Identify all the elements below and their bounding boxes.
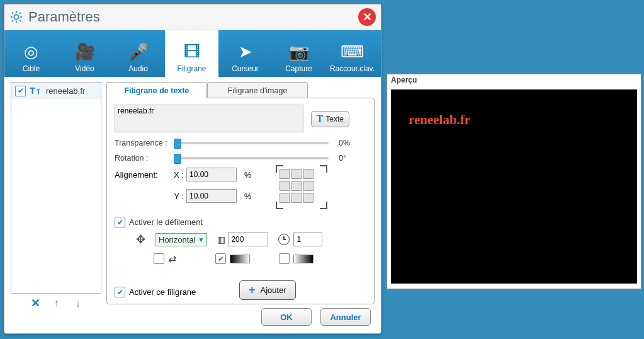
enable-scroll-checkbox[interactable]: ✔ xyxy=(115,217,125,227)
transparency-slider[interactable] xyxy=(178,142,329,144)
rotation-slider[interactable] xyxy=(178,157,329,159)
text-icon: T xyxy=(317,113,324,125)
direction-icon: ✥ xyxy=(136,233,145,246)
gear-icon xyxy=(9,10,23,24)
titlebar: Paramètres ✕ xyxy=(4,4,381,30)
keyboard-icon: ⌨ xyxy=(341,39,364,64)
plus-icon: + xyxy=(249,284,256,297)
x-label: X : xyxy=(171,170,186,180)
text-style-button[interactable]: T Texte xyxy=(311,111,349,127)
position-ml[interactable] xyxy=(280,181,290,191)
tab-cible[interactable]: ◎ Cible xyxy=(4,30,58,77)
tab-raccourci[interactable]: ⌨ Raccour.clav. xyxy=(325,30,379,77)
svg-point-0 xyxy=(14,14,18,19)
video-icon: 🎥 xyxy=(75,39,95,64)
preview-watermark-text: reneelab.fr xyxy=(409,112,470,128)
alignment-section: Alignement: X : % Y : % xyxy=(115,168,366,210)
position-tr[interactable] xyxy=(303,169,314,179)
right-panel: Filigrane de texte Filigrane d'image ren… xyxy=(106,82,375,301)
position-tc[interactable] xyxy=(291,169,302,179)
x-input[interactable] xyxy=(186,168,237,181)
rotation-label: Rotation : xyxy=(115,154,178,163)
watermark-icon: 🎞 xyxy=(184,39,200,64)
watermark-type-tabs: Filigrane de texte Filigrane d'image xyxy=(106,82,375,98)
activate-row: ✔ Activer ce filigrane xyxy=(115,287,196,297)
watermark-list-item[interactable]: ✔ T reneelab.fr xyxy=(11,83,101,99)
window-title: Paramètres xyxy=(28,9,358,25)
scroll-direction-dropdown[interactable]: Horizontal ▼ xyxy=(155,233,207,246)
target-icon: ◎ xyxy=(24,39,38,64)
fade-in-checkbox[interactable]: ✔ xyxy=(215,253,226,264)
left-column: ✔ T reneelab.fr ✕ ↑ ↓ xyxy=(11,82,101,301)
rotation-value: 0° xyxy=(339,154,358,163)
fade-in-icon xyxy=(230,255,250,263)
transparency-row: Transparence : 0% xyxy=(115,139,366,147)
enable-scroll-label: Activer le défilement xyxy=(129,217,203,227)
toolbar: ◎ Cible 🎥 Vidéo 🎤 Audio 🎞 Filigrane ➤ Cu… xyxy=(4,30,381,77)
loop-icon: ⇄ xyxy=(168,253,176,265)
slider-thumb[interactable] xyxy=(174,154,181,164)
fade-out-icon xyxy=(293,255,314,263)
y-label: Y : xyxy=(171,192,186,201)
add-button[interactable]: + Ajouter xyxy=(239,280,296,300)
y-input[interactable] xyxy=(186,189,237,203)
activate-checkbox[interactable]: ✔ xyxy=(115,287,125,297)
dialog-buttons: OK Annuler xyxy=(4,301,381,333)
tab-text-watermark[interactable]: Filigrane de texte xyxy=(106,82,207,98)
scroll-time-input[interactable] xyxy=(293,233,322,246)
fade-out-checkbox[interactable]: ✔ xyxy=(279,253,290,264)
alignment-label: Alignement: xyxy=(115,170,171,180)
tab-body: reneelab.fr T Texte Transparence : 0% Ro… xyxy=(106,98,375,304)
watermark-text-input[interactable]: reneelab.fr xyxy=(115,105,303,132)
activate-label: Activer ce filigrane xyxy=(129,287,196,297)
enable-scroll-row: ✔ Activer le défilement xyxy=(115,217,366,227)
position-br[interactable] xyxy=(303,193,314,203)
scroll-options: ✥ Horizontal ▼ ▥ xyxy=(115,233,366,265)
rotation-row: Rotation : 0° xyxy=(115,154,366,163)
camera-icon: 📷 xyxy=(289,39,309,64)
chevron-down-icon: ▼ xyxy=(198,236,205,243)
transparency-label: Transparence : xyxy=(115,139,178,147)
close-icon: ✕ xyxy=(363,10,372,24)
tab-video[interactable]: 🎥 Vidéo xyxy=(58,30,111,77)
main-area: ✔ T reneelab.fr ✕ ↑ ↓ Filigrane de texte… xyxy=(4,77,381,301)
preview-title: Aperçu xyxy=(387,74,641,89)
position-grid xyxy=(278,168,325,207)
ruler-icon: ▥ xyxy=(217,234,224,244)
close-button[interactable]: ✕ xyxy=(358,8,376,26)
cancel-button[interactable]: Annuler xyxy=(320,308,371,326)
position-mc[interactable] xyxy=(291,181,302,191)
settings-dialog: Paramètres ✕ ◎ Cible 🎥 Vidéo 🎤 Audio 🎞 F… xyxy=(4,4,381,334)
clock-icon xyxy=(278,234,290,245)
scroll-distance-input[interactable] xyxy=(228,233,268,246)
ok-button[interactable]: OK xyxy=(261,308,312,326)
slider-thumb[interactable] xyxy=(174,139,181,149)
transparency-value: 0% xyxy=(339,139,358,147)
tab-curseur[interactable]: ➤ Curseur xyxy=(218,30,272,77)
loop-checkbox[interactable]: ✔ xyxy=(154,253,164,264)
tab-filigrane[interactable]: 🎞 Filigrane xyxy=(165,30,218,77)
text-watermark-icon: T xyxy=(30,85,42,96)
watermark-item-label: reneelab.fr xyxy=(46,86,85,96)
tab-image-watermark[interactable]: Filigrane d'image xyxy=(207,82,308,98)
tab-capture[interactable]: 📷 Capture xyxy=(272,30,325,77)
position-mr[interactable] xyxy=(303,181,314,191)
cursor-icon: ➤ xyxy=(239,39,252,64)
position-bc[interactable] xyxy=(291,193,302,203)
preview-canvas: reneelab.fr xyxy=(391,89,637,284)
tab-audio[interactable]: 🎤 Audio xyxy=(111,30,165,77)
microphone-icon: 🎤 xyxy=(128,39,149,64)
checkbox-icon[interactable]: ✔ xyxy=(15,86,26,96)
preview-panel: Aperçu reneelab.fr xyxy=(387,74,641,289)
watermark-list: ✔ T reneelab.fr xyxy=(11,82,101,294)
